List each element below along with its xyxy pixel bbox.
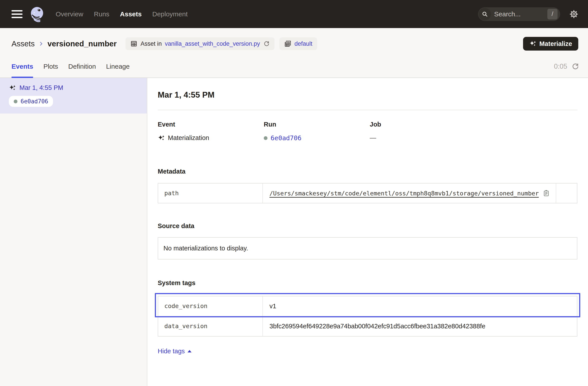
top-nav: Overview Runs Assets Deployment / bbox=[0, 0, 588, 28]
event-summary: Event Materialization Run 6 bbox=[158, 121, 577, 142]
event-timestamp: Mar 1, 4:55 PM bbox=[20, 84, 63, 91]
event-detail-title: Mar 1, 4:55 PM bbox=[158, 90, 577, 100]
table-row: path /Users/smackesey/stm/code/elementl/… bbox=[158, 183, 577, 203]
primary-nav: Overview Runs Assets Deployment bbox=[56, 10, 188, 18]
tab-plots[interactable]: Plots bbox=[43, 55, 58, 78]
caret-up-icon bbox=[188, 350, 191, 352]
code-location-link[interactable]: default bbox=[294, 41, 312, 47]
nav-item-deployment[interactable]: Deployment bbox=[152, 10, 188, 18]
search-icon bbox=[479, 8, 491, 20]
nav-item-overview[interactable]: Overview bbox=[56, 10, 83, 18]
tag-key: code_version bbox=[158, 296, 262, 316]
materialize-button-label: Materialize bbox=[539, 40, 572, 47]
job-value: — bbox=[370, 134, 376, 142]
metadata-key: path bbox=[158, 183, 262, 203]
nav-item-assets[interactable]: Assets bbox=[120, 10, 142, 18]
system-tags-table: code_version v1 data_version 3bfc269594e… bbox=[158, 296, 577, 337]
search-input[interactable] bbox=[491, 10, 547, 18]
tab-definition[interactable]: Definition bbox=[68, 55, 96, 78]
materialization-sparkle-icon bbox=[158, 135, 165, 142]
source-data-heading: Source data bbox=[158, 222, 577, 230]
repo-grid-icon bbox=[284, 40, 291, 47]
dagster-logo[interactable] bbox=[28, 6, 45, 22]
run-id-link[interactable]: 6e0ad706 bbox=[271, 134, 301, 142]
job-label: Job bbox=[370, 121, 577, 128]
tab-lineage[interactable]: Lineage bbox=[106, 55, 130, 78]
asset-definition-pill: Asset in vanilla_asset_with_code_version… bbox=[126, 37, 274, 50]
breadcrumb-assets-link[interactable]: Assets bbox=[11, 39, 35, 48]
refresh-countdown: 0:05 bbox=[554, 55, 579, 78]
refresh-icon[interactable] bbox=[572, 63, 579, 70]
refresh-countdown-value: 0:05 bbox=[554, 62, 567, 70]
search-box[interactable]: / bbox=[478, 7, 560, 21]
event-list-sidebar: Mar 1, 4:55 PM 6e0ad706 bbox=[0, 78, 147, 386]
copy-icon[interactable] bbox=[543, 190, 550, 197]
hide-tags-label: Hide tags bbox=[158, 347, 185, 355]
materialize-button[interactable]: Materialize bbox=[523, 37, 578, 51]
table-row-data-version: data_version 3bfc269594ef649228e9a74bab0… bbox=[158, 316, 577, 336]
divider bbox=[158, 110, 577, 110]
asset-pill-prefix: Asset in bbox=[141, 41, 162, 47]
event-label: Event bbox=[158, 121, 264, 128]
page-title: versioned_number bbox=[47, 39, 117, 48]
table-row-code-version: code_version v1 bbox=[158, 296, 577, 316]
tag-value: v1 bbox=[270, 303, 276, 310]
sparkles-icon bbox=[529, 40, 536, 47]
metadata-heading: Metadata bbox=[158, 168, 577, 175]
event-detail-panel: Mar 1, 4:55 PM Event Materialization bbox=[147, 78, 588, 386]
metadata-actions-cell bbox=[556, 183, 577, 203]
hide-tags-link[interactable]: Hide tags bbox=[158, 347, 191, 355]
run-status-dot bbox=[14, 100, 18, 103]
tag-value: 3bfc269594ef649228e9a74bab00f042efc91d5a… bbox=[270, 323, 485, 330]
asset-file-link[interactable]: vanilla_asset_with_code_version.py bbox=[165, 41, 260, 47]
run-status-dot bbox=[264, 136, 268, 140]
source-data-empty-state: No materializations to display. bbox=[158, 237, 577, 260]
reload-icon[interactable] bbox=[264, 41, 270, 47]
metadata-table: path /Users/smackesey/stm/code/elementl/… bbox=[158, 183, 577, 203]
code-location-pill: default bbox=[279, 37, 317, 50]
materialization-sparkle-icon bbox=[9, 84, 16, 91]
metadata-path-link[interactable]: /Users/smackesey/stm/code/elementl/oss/t… bbox=[270, 190, 539, 197]
tab-bar: Events Plots Definition Lineage 0:05 bbox=[0, 55, 588, 78]
breadcrumb: Assets versioned_number bbox=[11, 39, 117, 48]
system-tags-heading: System tags bbox=[158, 279, 577, 287]
menu-icon[interactable] bbox=[11, 10, 22, 18]
tab-events[interactable]: Events bbox=[11, 55, 33, 78]
run-id-text: 6e0ad706 bbox=[21, 98, 48, 105]
tag-key: data_version bbox=[158, 316, 262, 336]
chevron-right-icon bbox=[38, 41, 44, 47]
run-id-badge[interactable]: 6e0ad706 bbox=[9, 96, 53, 107]
run-label: Run bbox=[264, 121, 370, 128]
nav-item-runs[interactable]: Runs bbox=[94, 10, 109, 18]
event-list-item[interactable]: Mar 1, 4:55 PM 6e0ad706 bbox=[0, 78, 147, 114]
table-icon bbox=[130, 40, 137, 47]
search-shortcut-key: / bbox=[547, 9, 558, 20]
page-header: Assets versioned_number Asset in bbox=[0, 28, 588, 78]
event-type-value: Materialization bbox=[168, 134, 209, 142]
gear-icon[interactable] bbox=[569, 10, 578, 19]
